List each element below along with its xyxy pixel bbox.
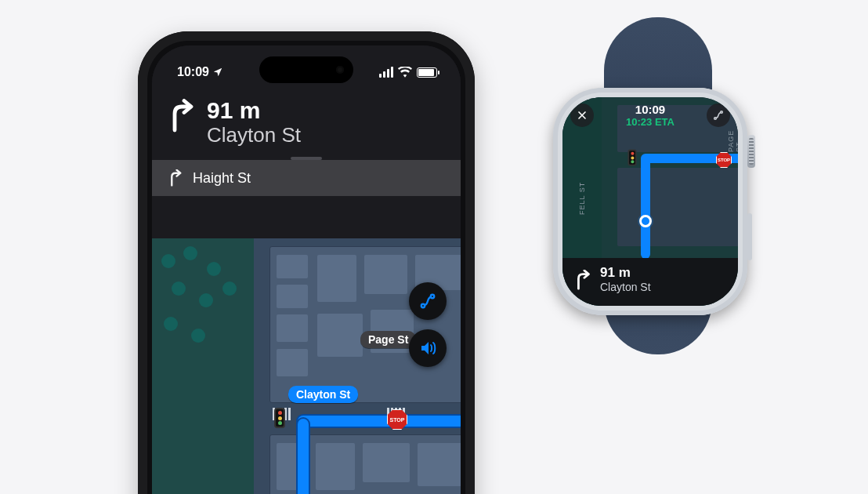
iphone-device: 10:09 91 m Clayton St: [138, 31, 475, 494]
side-button[interactable]: [747, 213, 752, 260]
city-block: [617, 168, 738, 246]
street-label-primary: Clayton St: [288, 386, 358, 403]
map-view[interactable]: STOP Clayton St Page St: [152, 238, 461, 494]
city-block: [269, 246, 461, 403]
cellular-icon: [379, 67, 393, 78]
street-label-secondary: Page St: [360, 331, 416, 348]
current-location-dot: [639, 215, 652, 227]
traffic-light-icon: [274, 408, 285, 428]
traffic-light-icon: [627, 150, 636, 166]
next-street: Haight St: [193, 170, 251, 187]
watch-eta: 10:23 ETA: [626, 117, 675, 128]
watch-time: 10:09: [626, 104, 675, 117]
location-icon: [212, 67, 223, 78]
stop-sign-icon: STOP: [387, 409, 407, 430]
turn-right-icon: [573, 270, 592, 290]
audio-toggle-button[interactable]: [409, 329, 447, 367]
nav-street: Clayton St: [207, 123, 301, 147]
park-area: [152, 238, 254, 494]
dynamic-island: [259, 56, 353, 83]
turn-right-icon: [168, 169, 183, 187]
battery-icon: [417, 67, 437, 78]
street-label: PAGE ST: [727, 130, 738, 152]
watch-case: STOP FELL ST PAGE ST 10:09 10:23 ETA: [553, 88, 747, 315]
stop-sign-icon: STOP: [716, 152, 732, 168]
watch-screen: STOP FELL ST PAGE ST 10:09 10:23 ETA: [562, 97, 738, 306]
watch-nav-street: Clayton St: [600, 281, 651, 293]
street-label: FELL ST: [578, 182, 586, 215]
watch-time-block: 10:09 10:23 ETA: [626, 104, 675, 128]
digital-crown[interactable]: [747, 135, 755, 168]
turn-right-icon: [168, 99, 196, 133]
next-step-row[interactable]: Haight St: [152, 160, 461, 196]
wifi-icon: [398, 67, 412, 78]
route-line: [641, 155, 650, 259]
close-button[interactable]: [570, 104, 594, 127]
watch-header: 10:09 10:23 ETA: [570, 104, 730, 128]
watch-nav-banner[interactable]: 91 m Clayton St: [562, 258, 738, 306]
route-line: [298, 419, 309, 494]
watch-nav-distance: 91 m: [600, 266, 651, 281]
route-overview-button[interactable]: [707, 104, 730, 127]
iphone-screen: 10:09 91 m Clayton St: [152, 45, 461, 494]
status-time: 10:09: [177, 65, 209, 79]
nav-distance: 91 m: [207, 97, 301, 123]
route-line: [298, 416, 461, 427]
route-overview-button[interactable]: [409, 282, 447, 320]
